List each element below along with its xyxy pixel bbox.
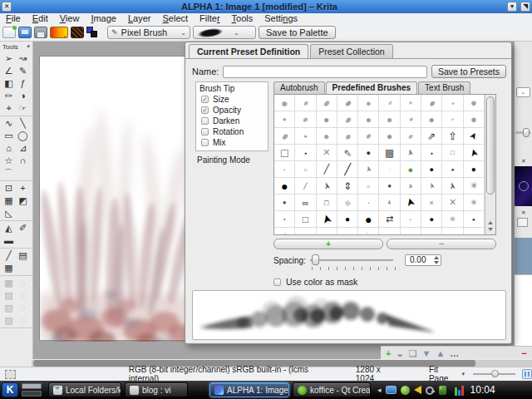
tool-icon-1-9[interactable]	[16, 167, 30, 180]
brush-cell-0-9[interactable]: ●	[464, 95, 485, 111]
brush-cell-8-4[interactable]: ╲	[358, 228, 379, 234]
brush-cell-0-4[interactable]: ●	[358, 95, 379, 111]
brush-cell-4-4[interactable]: ➢	[358, 161, 379, 178]
tab-text-brush[interactable]: Text Brush	[418, 81, 470, 94]
brush-cell-1-1[interactable]: ●	[295, 111, 316, 128]
tray-expander-icon[interactable]: ◂	[377, 386, 382, 394]
tab-autobrush[interactable]: Autobrush	[273, 81, 325, 94]
selection-icon[interactable]	[5, 370, 16, 379]
layer-action-icon-5[interactable]: …	[450, 347, 459, 359]
brush-cell-6-9[interactable]: ✳	[464, 195, 485, 211]
brush-cell-1-8[interactable]: ●	[442, 111, 463, 128]
tool-icon-2-0[interactable]: ⊡	[2, 182, 16, 195]
brush-cell-5-6[interactable]: ➢	[401, 178, 421, 195]
brush-cell-1-3[interactable]: ●	[337, 111, 358, 128]
brush-cell-8-8[interactable]	[442, 228, 463, 234]
brush-cell-2-6[interactable]: ●	[401, 128, 421, 145]
menu-file[interactable]: File	[0, 13, 27, 24]
tool-icon-0-5[interactable]: ƒ	[16, 77, 30, 90]
brush-cell-7-0[interactable]: ●	[274, 211, 295, 228]
tool-icon-0-1[interactable]: ↝	[16, 52, 30, 65]
brush-cell-3-6[interactable]: ➢	[401, 145, 421, 161]
brush-cell-2-9[interactable]: ➤	[464, 128, 485, 145]
tool-icon-1-3[interactable]: ◯	[16, 130, 30, 142]
zoom-slider-handle[interactable]	[491, 370, 499, 377]
tool-icon-2-4[interactable]: ◺	[2, 207, 16, 219]
brush-cell-4-7[interactable]: ●	[421, 161, 442, 178]
spin-up-icon[interactable]	[434, 256, 439, 259]
rotation-checkbox[interactable]	[201, 128, 209, 135]
system-monitor-icon[interactable]	[455, 384, 464, 396]
tool-icon-1-1[interactable]: ╲	[16, 117, 30, 130]
tool-icon-3-3[interactable]	[16, 234, 30, 247]
layer-action-icon-1[interactable]: ⌄	[396, 347, 403, 359]
brush-cell-1-0[interactable]: ●	[274, 111, 295, 128]
tray-monitor-icon[interactable]	[386, 386, 397, 394]
brush-cell-6-0[interactable]: ●	[274, 195, 295, 211]
brush-cell-4-2[interactable]: ╱	[317, 161, 337, 178]
brush-cell-0-8[interactable]: ●	[442, 95, 463, 111]
close-icon[interactable]: ✕	[2, 2, 12, 12]
brush-cell-2-3[interactable]: ●	[337, 128, 358, 145]
brush-cell-4-6[interactable]: ●	[401, 161, 421, 178]
layer-row-selected[interactable]	[515, 238, 532, 274]
menu-select[interactable]: Select	[157, 13, 195, 24]
brush-cell-5-9[interactable]: ✳	[464, 178, 485, 195]
tool-icon-0-9[interactable]: ☞	[16, 102, 30, 115]
zoom-slider[interactable]	[473, 373, 515, 375]
spacing-spinbox[interactable]: 0.00	[405, 254, 441, 266]
tool-icon-5-5[interactable]: ◌	[16, 302, 30, 314]
tray-key-icon[interactable]	[426, 386, 435, 395]
brush-cell-7-8[interactable]: ✳	[442, 211, 463, 228]
brush-tip-option-size[interactable]: ✓Size	[196, 94, 268, 105]
brush-cell-1-2[interactable]: ●	[317, 111, 337, 128]
brush-cell-5-8[interactable]: ➢	[442, 178, 463, 195]
menu-layer[interactable]: Layer	[122, 13, 157, 24]
dialog-tab-preset-collection[interactable]: Preset Collection	[310, 44, 392, 58]
fit-canvas-button[interactable]	[522, 369, 532, 379]
tool-icon-1-7[interactable]: ∩	[16, 155, 30, 167]
tool-icon-0-4[interactable]: ◧	[2, 77, 16, 90]
scrollbar-thumb[interactable]	[486, 96, 495, 195]
tool-icon-4-0[interactable]: ╱	[2, 249, 16, 262]
brush-cell-8-5[interactable]: ●	[379, 228, 400, 234]
brush-cell-4-9[interactable]: ●	[464, 161, 485, 178]
brush-cell-4-8[interactable]: ●	[442, 161, 463, 178]
opacity-checkbox[interactable]: ✓	[201, 106, 209, 114]
spacing-slider-handle[interactable]	[312, 254, 319, 265]
brush-cell-7-6[interactable]: ●	[401, 211, 421, 228]
darken-checkbox[interactable]	[201, 117, 209, 125]
tray-klipper-icon[interactable]	[439, 386, 446, 395]
tool-icon-4-1[interactable]: ▤	[16, 249, 30, 262]
open-document-icon[interactable]	[18, 27, 32, 38]
tool-icon-5-0[interactable]: ▩	[2, 277, 16, 289]
tray-speaker-icon[interactable]	[414, 386, 421, 394]
task-krita[interactable]: ALPHA 1: Image 1 [m	[209, 382, 289, 397]
menu-tools[interactable]: Tools	[226, 13, 259, 24]
layer-action-icon-2[interactable]: ❏	[409, 347, 417, 359]
menu-filter[interactable]: Filter	[194, 13, 225, 24]
brush-cell-6-1[interactable]: ∞	[295, 195, 316, 211]
brush-cell-6-8[interactable]: ✕	[442, 195, 463, 211]
menu-edit[interactable]: Edit	[27, 13, 54, 24]
brush-cell-8-6[interactable]: ≡	[401, 228, 421, 234]
brush-cell-8-9[interactable]: ●	[464, 228, 485, 234]
tool-icon-1-0[interactable]: ∿	[2, 117, 16, 130]
tool-icon-2-2[interactable]: ▦	[2, 195, 16, 207]
brush-engine-dropdown[interactable]: ✎ Pixel Brush ⌄	[107, 26, 190, 39]
tool-icon-5-4[interactable]: ▧	[2, 302, 16, 314]
kde-menu-button[interactable]: K	[2, 382, 18, 397]
toolbox-collapse-icon[interactable]: ◆	[27, 43, 30, 51]
tool-icon-5-6[interactable]: ▨	[2, 314, 16, 327]
brush-cell-6-3[interactable]: ≡	[337, 195, 358, 211]
tool-icon-0-3[interactable]: ✎	[16, 65, 30, 77]
tool-icon-0-2[interactable]: ∠	[2, 65, 16, 77]
brush-cell-4-1[interactable]: □	[295, 161, 316, 178]
brush-cell-2-0[interactable]: ●	[274, 128, 295, 145]
brush-cell-5-3[interactable]: ⇕	[337, 178, 358, 195]
brush-tip-option-mix[interactable]: Mix	[196, 137, 268, 148]
tool-icon-1-6[interactable]: ☆	[2, 155, 16, 167]
tool-icon-4-2[interactable]: ▦	[2, 262, 16, 274]
window-control-icon[interactable]: ◥	[520, 2, 530, 12]
spacing-slider[interactable]	[310, 259, 393, 261]
